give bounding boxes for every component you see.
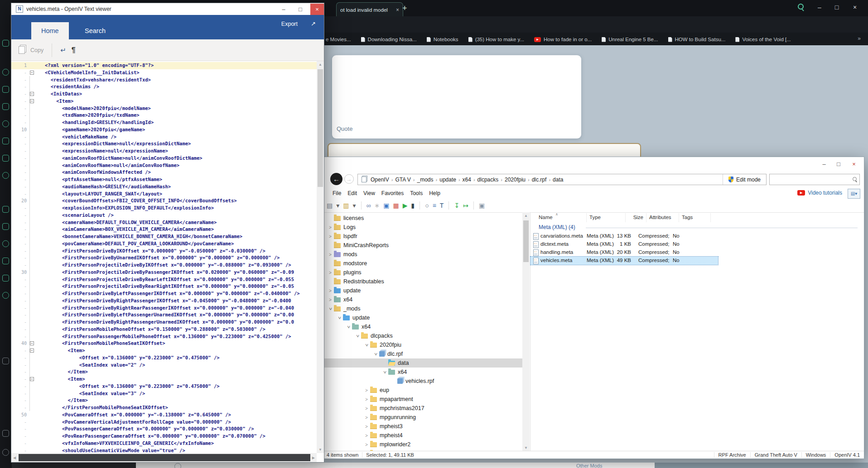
column-header-attributes[interactable]: Attributes bbox=[646, 213, 679, 222]
column-header-name[interactable]: Name∧ bbox=[530, 213, 587, 222]
browser-search-icon[interactable] bbox=[796, 4, 805, 11]
tree-item-dlcpacks[interactable]: >dlcpacks bbox=[323, 331, 522, 340]
pilcrow-icon[interactable]: ¶ bbox=[72, 46, 76, 54]
breadcrumb-item-OpenIV[interactable]: OpenIV bbox=[369, 177, 391, 183]
sidebar-app-icon[interactable] bbox=[2, 223, 9, 230]
openiv-minimize-button[interactable]: – bbox=[819, 161, 829, 167]
tree-item-mpapartment[interactable]: >mpapartment bbox=[323, 395, 522, 404]
bookmark-item[interactable]: HOW to Build Satsu... bbox=[668, 37, 726, 42]
viewer-title-bar[interactable]: N vehicles.meta - OpenIV Text viewer – □… bbox=[11, 3, 324, 15]
sidebar-app-icon[interactable] bbox=[2, 69, 9, 76]
new-file-caret-icon[interactable]: ▾ bbox=[336, 202, 339, 209]
expander-icon[interactable]: > bbox=[355, 332, 360, 339]
file-row-handling.meta[interactable]: handling.metaMeta (XML)20 KBCompressed;N… bbox=[530, 248, 718, 257]
tree-item-licenses[interactable]: licenses bbox=[323, 214, 522, 223]
viewer-close-button[interactable]: × bbox=[310, 4, 324, 15]
new-tab-button[interactable]: + bbox=[402, 4, 407, 13]
tree-item-mpheist3[interactable]: >mpheist3 bbox=[323, 422, 522, 431]
tree-item-2020fpiu[interactable]: >2020fpiu bbox=[323, 340, 522, 349]
tree-item-_mods[interactable]: >_mods bbox=[323, 304, 522, 313]
expander-icon[interactable]: > bbox=[327, 288, 334, 293]
expander-icon[interactable]: > bbox=[327, 225, 334, 230]
browser-tab[interactable]: ot load invalid model × bbox=[336, 2, 403, 17]
new-file-icon[interactable]: ▤ bbox=[327, 202, 333, 209]
menu-edit[interactable]: Edit bbox=[344, 190, 360, 196]
tab-close-icon[interactable]: × bbox=[396, 7, 399, 13]
edit-mode-button[interactable]: Edit mode bbox=[723, 174, 766, 185]
column-header-tags[interactable]: Tags bbox=[679, 213, 711, 222]
tree-item-plugins[interactable]: >plugins bbox=[323, 268, 522, 277]
tree-item-MiniCrashReports[interactable]: MiniCrashReports bbox=[323, 241, 522, 250]
export-icon[interactable]: ↦ bbox=[463, 202, 468, 209]
expander-icon[interactable]: > bbox=[363, 388, 370, 393]
bookmarks-overflow-chevron[interactable]: » bbox=[858, 35, 861, 42]
sidebar-app-icon[interactable] bbox=[2, 258, 9, 264]
back-button[interactable]: ← bbox=[330, 173, 342, 185]
expander-icon[interactable]: > bbox=[328, 305, 333, 312]
expander-icon[interactable]: > bbox=[363, 415, 370, 420]
horizontal-scroll-thumb[interactable] bbox=[19, 454, 310, 461]
import-icon[interactable]: ↧ bbox=[454, 202, 459, 209]
forward-button[interactable]: → bbox=[344, 174, 354, 184]
file-row-carvariations.meta[interactable]: carvariations.metaMeta (XML)13 KBCompres… bbox=[530, 232, 718, 240]
expander-icon[interactable]: > bbox=[363, 424, 370, 429]
scroll-right-icon[interactable]: ▶ bbox=[312, 456, 315, 460]
tree-item-x64[interactable]: >x64 bbox=[323, 368, 522, 377]
expander-icon[interactable]: > bbox=[327, 234, 334, 239]
menu-favorites[interactable]: Favorites bbox=[378, 190, 407, 196]
breadcrumb-item-data[interactable]: data bbox=[551, 177, 564, 183]
word-wrap-icon[interactable]: ↵ bbox=[60, 46, 66, 54]
xml-editor[interactable]: 1<?xml version="1.0" encoding="UTF-8"?>-… bbox=[11, 61, 317, 453]
bookmark-item[interactable]: Unreal Engine 5 Be... bbox=[602, 37, 658, 42]
tree-item-mplowrider2[interactable]: >mplowrider2 bbox=[323, 440, 522, 449]
scroll-down-icon[interactable]: ▼ bbox=[317, 448, 324, 452]
tree-item-modstore[interactable]: modstore bbox=[323, 259, 522, 268]
expander-icon[interactable]: > bbox=[382, 368, 387, 376]
sidebar-app-icon[interactable] bbox=[2, 275, 9, 282]
expander-icon[interactable]: > bbox=[364, 341, 369, 349]
tree-item-lspdfr[interactable]: >lspdfr bbox=[323, 232, 522, 241]
expander-icon[interactable]: > bbox=[363, 442, 370, 447]
tasks-icon[interactable]: ▣ bbox=[383, 202, 389, 209]
tree-item-Redistributables[interactable]: Redistributables bbox=[323, 277, 522, 286]
bookmark-item[interactable]: (35) How to make y... bbox=[468, 37, 524, 42]
run-icon[interactable]: ▶ bbox=[403, 202, 408, 209]
file-row-vehicles.meta[interactable]: vehicles.metaMeta (XML)49 KBCompressed;N… bbox=[530, 257, 718, 265]
column-header-size[interactable]: Size bbox=[626, 213, 646, 222]
sidebar-app-icon[interactable] bbox=[2, 120, 9, 127]
menu-file[interactable]: File bbox=[329, 190, 344, 196]
sidebar-app-icon[interactable] bbox=[2, 430, 9, 437]
list-view-icon[interactable]: ≡ bbox=[433, 202, 436, 209]
expander-icon[interactable]: > bbox=[363, 433, 370, 438]
column-header-type[interactable]: Type bbox=[587, 213, 626, 222]
video-tutorials-link[interactable]: ▶ Video tutorials bbox=[797, 190, 842, 196]
tree-item-x64[interactable]: >x64 bbox=[323, 322, 522, 331]
expander-icon[interactable]: > bbox=[363, 397, 370, 402]
sidebar-app-icon[interactable] bbox=[2, 206, 9, 213]
new-folder-caret-icon[interactable]: ▾ bbox=[353, 202, 356, 209]
breadcrumb-item-dlcpacks[interactable]: dlcpacks bbox=[476, 177, 500, 183]
tree-scrollbar[interactable]: ▲ ▼ bbox=[522, 212, 530, 451]
expander-icon[interactable]: > bbox=[337, 314, 342, 321]
fold-collapse-icon[interactable]: − bbox=[30, 377, 34, 381]
expander-icon[interactable]: > bbox=[327, 252, 334, 257]
sidebar-app-icon[interactable] bbox=[2, 449, 9, 456]
expander-icon[interactable]: > bbox=[363, 406, 370, 411]
expander-icon[interactable]: > bbox=[327, 270, 334, 275]
breadcrumb-item-_mods[interactable]: _mods bbox=[416, 177, 435, 183]
tree-item-mpgunrunning[interactable]: >mpgunrunning bbox=[323, 413, 522, 422]
file-row-dlctext.meta[interactable]: dlctext.metaMeta (XML)1 KBCompressed;No bbox=[530, 240, 718, 248]
menu-view[interactable]: View bbox=[360, 190, 378, 196]
browser-minimize-button[interactable]: – bbox=[815, 4, 825, 11]
tree-item-data[interactable]: data bbox=[323, 358, 522, 368]
preview-icon[interactable]: ○ bbox=[425, 202, 429, 209]
sidebar-app-icon[interactable] bbox=[2, 138, 9, 144]
breadcrumb-item-x64[interactable]: x64 bbox=[461, 177, 473, 183]
tree-item-eup[interactable]: >eup bbox=[323, 386, 522, 395]
viewer-vertical-scrollbar[interactable]: ▲ ▼ bbox=[317, 61, 324, 453]
bookmark-item[interactable]: Voices of the Void [... bbox=[735, 37, 791, 42]
fold-collapse-icon[interactable]: − bbox=[30, 349, 34, 353]
openiv-title-bar[interactable]: – □ × bbox=[323, 157, 864, 172]
tree-item-vehicles.rpf[interactable]: vehicles.rpf bbox=[323, 377, 522, 386]
tree-item-mpheist4[interactable]: >mpheist4 bbox=[323, 431, 522, 440]
